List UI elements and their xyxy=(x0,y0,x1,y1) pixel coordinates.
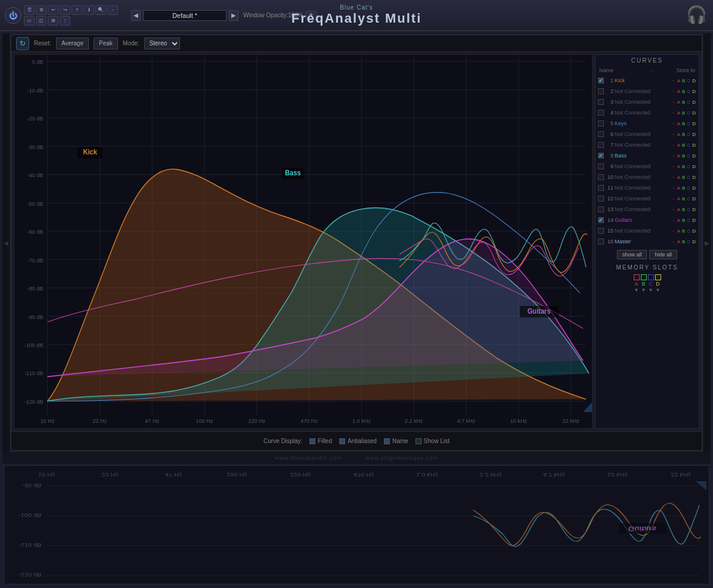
store-c-15[interactable]: C xyxy=(686,228,691,234)
layer-icon[interactable]: ◫ xyxy=(36,16,46,26)
curve-check-16[interactable] xyxy=(598,239,604,245)
mem-arrow-b[interactable]: ▼ xyxy=(641,287,646,293)
curve-check-12[interactable] xyxy=(598,196,604,202)
curve-check-15[interactable] xyxy=(598,228,604,234)
curve-check-1[interactable]: ✓ xyxy=(598,78,604,83)
store-d-13[interactable]: D xyxy=(692,207,696,212)
store-b-5[interactable]: B xyxy=(681,121,686,126)
curve-check-3[interactable] xyxy=(598,99,604,105)
store-c-6[interactable]: C xyxy=(686,132,691,137)
help-icon[interactable]: ? xyxy=(72,5,82,15)
store-d-3[interactable]: D xyxy=(692,100,696,105)
mode-select[interactable]: Stereo xyxy=(144,38,180,49)
store-c-2[interactable]: C xyxy=(686,89,691,94)
hide-all-button[interactable]: hide all xyxy=(649,250,677,259)
store-a-4[interactable]: A xyxy=(677,110,681,116)
rect-icon[interactable]: ▭ xyxy=(24,16,35,26)
mem-check-b[interactable] xyxy=(641,274,647,280)
store-a-8[interactable]: A xyxy=(677,153,681,159)
nav-right[interactable]: ▶ xyxy=(703,33,711,452)
url-1[interactable]: www.bluecataudio.com xyxy=(275,455,342,461)
store-c-8[interactable]: C xyxy=(686,153,691,159)
store-c-10[interactable]: C xyxy=(686,175,691,180)
store-c-14[interactable]: C xyxy=(686,218,691,223)
grid-icon[interactable]: ⊞ xyxy=(48,16,58,26)
settings-icon[interactable]: ⚙ xyxy=(36,5,46,15)
menu-icon[interactable]: ☰ xyxy=(24,5,35,15)
search-icon[interactable]: 🔍 xyxy=(95,5,106,15)
store-a-14[interactable]: A xyxy=(677,218,681,223)
nav-left[interactable]: ◀ xyxy=(2,33,10,452)
store-c-4[interactable]: C xyxy=(686,110,691,116)
store-b-15[interactable]: B xyxy=(681,228,686,234)
store-c-16[interactable]: C xyxy=(686,239,691,245)
mem-check-d[interactable] xyxy=(655,274,661,280)
store-b-10[interactable]: B xyxy=(681,175,686,180)
curve-check-11[interactable] xyxy=(598,185,604,191)
store-b-8[interactable]: B xyxy=(681,153,686,159)
store-a-10[interactable]: A xyxy=(677,175,681,180)
store-d-12[interactable]: D xyxy=(692,196,696,202)
store-d-8[interactable]: D xyxy=(692,153,696,159)
store-a-3[interactable]: A xyxy=(677,100,681,105)
store-a-11[interactable]: A xyxy=(677,185,681,191)
store-d-7[interactable]: D xyxy=(692,143,696,148)
curve-check-9[interactable] xyxy=(598,163,604,169)
wave-icon[interactable]: ~ xyxy=(107,5,118,15)
store-c-13[interactable]: C xyxy=(686,207,691,212)
average-button[interactable]: Average xyxy=(56,38,89,49)
filled-check[interactable] xyxy=(309,438,315,444)
store-b-1[interactable]: B xyxy=(681,78,686,83)
store-a-13[interactable]: A xyxy=(677,207,681,212)
store-c-7[interactable]: C xyxy=(686,143,691,148)
curve-check-14[interactable]: ✓ xyxy=(598,217,604,223)
store-b-11[interactable]: B xyxy=(681,185,686,191)
store-a-1[interactable]: A xyxy=(677,78,681,83)
mem-check-c[interactable] xyxy=(648,274,654,280)
peak-button[interactable]: Peak xyxy=(94,38,118,49)
mem-arrow-a[interactable]: ▼ xyxy=(634,287,639,293)
store-b-7[interactable]: B xyxy=(681,143,686,148)
store-c-9[interactable]: C xyxy=(686,164,691,169)
store-d-14[interactable]: D xyxy=(692,218,696,223)
store-b-9[interactable]: B xyxy=(681,164,686,169)
curve-check-8[interactable]: ✓ xyxy=(598,153,604,159)
curve-check-10[interactable] xyxy=(598,174,604,180)
dots-icon[interactable]: ⋮ xyxy=(60,16,70,26)
store-d-4[interactable]: D xyxy=(692,110,696,116)
curve-check-5[interactable] xyxy=(598,120,604,126)
mem-arrow-c[interactable]: ▼ xyxy=(649,287,653,293)
store-c-11[interactable]: C xyxy=(686,185,691,191)
power-button[interactable]: ⏻ xyxy=(5,7,21,24)
store-a-16[interactable]: A xyxy=(677,239,681,245)
url-2[interactable]: www.pluginboutique.com xyxy=(365,455,438,461)
store-a-15[interactable]: A xyxy=(677,228,681,234)
store-d-1[interactable]: D xyxy=(692,78,696,83)
mem-arrow-d[interactable]: ▼ xyxy=(656,287,661,293)
store-a-5[interactable]: A xyxy=(677,121,681,126)
store-a-6[interactable]: A xyxy=(677,132,681,137)
store-a-2[interactable]: A xyxy=(677,89,681,94)
show-all-button[interactable]: show all xyxy=(617,250,647,259)
mem-check-a[interactable] xyxy=(634,274,640,280)
preset-name[interactable]: Default * xyxy=(143,10,227,21)
store-d-15[interactable]: D xyxy=(692,228,696,234)
store-b-2[interactable]: B xyxy=(681,89,686,94)
store-d-6[interactable]: D xyxy=(692,132,696,137)
store-b-14[interactable]: B xyxy=(681,218,686,223)
antialiased-check[interactable] xyxy=(339,438,345,444)
refresh-button[interactable]: ↻ xyxy=(16,37,29,50)
show-list-check[interactable] xyxy=(416,438,421,444)
store-d-16[interactable]: D xyxy=(692,239,696,245)
store-b-12[interactable]: B xyxy=(681,196,686,202)
redo-icon[interactable]: ↪ xyxy=(60,5,70,15)
curve-check-4[interactable] xyxy=(598,110,604,116)
curve-check-2[interactable] xyxy=(598,88,604,94)
name-check[interactable] xyxy=(384,438,390,444)
store-a-12[interactable]: A xyxy=(677,196,681,202)
store-c-1[interactable]: C xyxy=(686,78,691,83)
store-b-13[interactable]: B xyxy=(681,207,686,212)
info-icon[interactable]: ℹ xyxy=(83,5,94,15)
store-c-5[interactable]: C xyxy=(686,121,691,126)
curve-check-13[interactable] xyxy=(598,206,604,212)
